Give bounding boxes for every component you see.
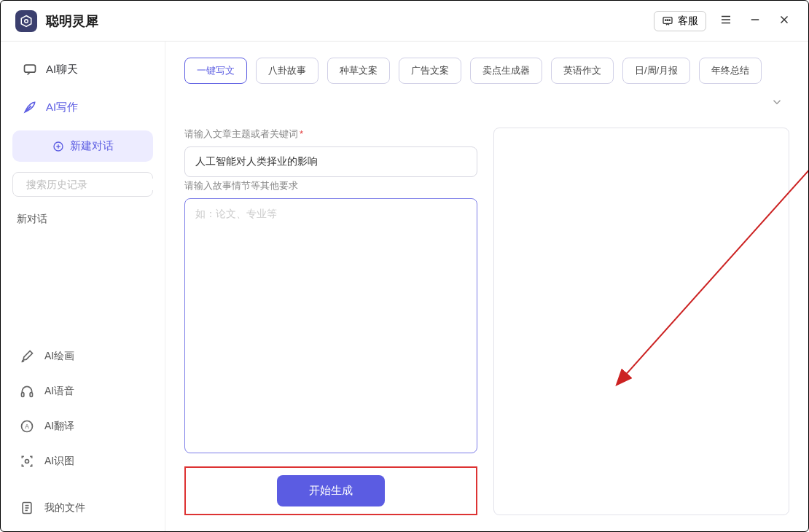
sidebar-item-label: AI绘画 [44,350,74,363]
tag-row: 一键写文 八卦故事 种草文案 广告文案 卖点生成器 英语作文 日/周/月报 年终… [184,58,789,114]
sidebar-item-label: AI翻译 [44,420,74,433]
chat-bubble-icon [662,15,673,27]
sidebar-item-my-files[interactable]: 我的文件 [12,492,153,524]
feather-icon [23,100,37,114]
svg-rect-12 [25,65,36,72]
extra-field-label: 请输入故事情节等其他要求 [184,179,477,192]
svg-point-5 [669,20,670,20]
chat-icon [23,62,37,77]
history-item-label: 新对话 [17,213,47,224]
sidebar-item-label: AI识图 [44,455,74,468]
svg-point-4 [667,20,668,20]
brush-icon [20,349,34,364]
svg-point-1 [25,19,28,23]
generate-highlight-box: 开始生成 [184,466,477,515]
hamburger-menu-button[interactable] [716,10,735,32]
tag-button[interactable]: 日/周/月报 [622,58,690,84]
search-input[interactable] [26,179,154,190]
app-title: 聪明灵犀 [46,12,98,30]
tag-button[interactable]: 八卦故事 [256,58,318,84]
sidebar-item-ai-chat[interactable]: AI聊天 [12,53,153,85]
sidebar-item-label: AI聊天 [46,63,78,77]
svg-marker-0 [21,15,31,26]
tag-button[interactable]: 一键写文 [184,58,247,84]
file-icon [20,501,34,515]
new-chat-label: 新建对话 [70,139,114,153]
extra-textarea[interactable] [184,198,477,453]
topic-input[interactable] [184,146,477,177]
topic-field-label: 请输入文章主题或者关键词* [184,128,477,141]
output-panel [493,128,789,515]
translate-icon: A [20,419,34,434]
svg-point-23 [26,460,29,463]
svg-rect-19 [22,393,24,397]
tag-button[interactable]: 英语作文 [551,58,614,84]
search-box[interactable] [12,172,153,197]
tag-button[interactable]: 种草文案 [327,58,390,84]
customer-service-label: 客服 [678,15,698,28]
sidebar-item-ai-image-recognition[interactable]: AI识图 [12,445,153,477]
sidebar-item-ai-write[interactable]: AI写作 [12,91,153,123]
sidebar-item-ai-translate[interactable]: A AI翻译 [12,410,153,442]
image-scan-icon [20,454,34,469]
new-chat-button[interactable]: 新建对话 [12,130,153,162]
generate-button[interactable]: 开始生成 [277,475,385,506]
headphone-icon [20,384,34,399]
sidebar-item-ai-voice[interactable]: AI语音 [12,375,153,407]
sidebar-item-label: AI写作 [46,101,78,114]
sidebar-item-label: 我的文件 [44,501,85,515]
svg-text:A: A [25,423,29,430]
history-item[interactable]: 新对话 [12,210,153,229]
plus-circle-icon [52,141,64,152]
chevron-down-icon [770,95,783,109]
expand-tags-button[interactable] [765,93,789,114]
minimize-button[interactable] [746,10,765,32]
sidebar-item-label: AI语音 [44,385,74,398]
close-button[interactable] [775,10,794,32]
sidebar-item-ai-draw[interactable]: AI绘画 [12,340,153,372]
customer-service-button[interactable]: 客服 [654,11,706,31]
svg-point-3 [665,20,666,20]
tag-button[interactable]: 卖点生成器 [470,58,542,84]
tag-button[interactable]: 广告文案 [399,58,461,84]
svg-rect-20 [30,393,32,397]
app-logo [15,10,37,32]
tag-button[interactable]: 年终总结 [699,58,762,84]
